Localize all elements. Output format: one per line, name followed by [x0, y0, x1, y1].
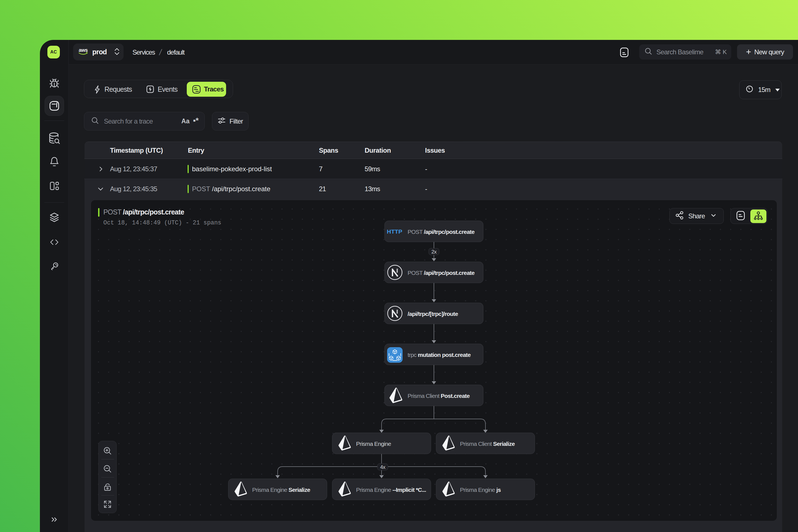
svg-text:Prisma Engine --Implicit *C...: Prisma Engine --Implicit *C... [356, 487, 426, 493]
svg-text:Prisma Client Serialize: Prisma Client Serialize [460, 440, 515, 447]
svg-text:HTTP: HTTP [387, 228, 402, 235]
svg-text:trpc mutation post.create: trpc mutation post.create [407, 352, 471, 358]
svg-text:POST /api/trpc/post.create: POST /api/trpc/post.create [407, 229, 475, 235]
svg-text:4x: 4x [380, 464, 386, 470]
svg-text:Prisma Engine: Prisma Engine [356, 440, 391, 447]
svg-text:aws: aws [79, 48, 88, 53]
svg-text:/api/trpc/[trpc]/route: /api/trpc/[trpc]/route [407, 310, 458, 317]
svg-text:Prisma Client Post.create: Prisma Client Post.create [407, 393, 470, 399]
svg-text:2x: 2x [432, 249, 437, 255]
svg-text:Prisma Engine js: Prisma Engine js [460, 487, 501, 493]
svg-text:Prisma Engine Serialize: Prisma Engine Serialize [252, 487, 310, 493]
svg-text:POST /api/trpc/post.create: POST /api/trpc/post.create [407, 270, 475, 276]
